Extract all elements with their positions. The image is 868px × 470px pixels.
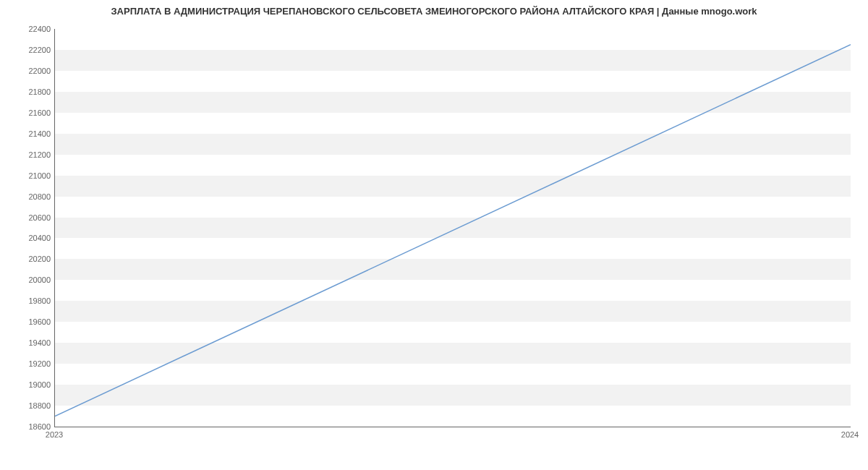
chart-line (55, 29, 851, 427)
plot-area (54, 29, 851, 427)
y-tick-label: 18800 (14, 401, 51, 410)
x-tick-label: 2023 (46, 430, 63, 439)
y-tick-label: 20800 (14, 192, 51, 201)
y-tick-label: 19800 (14, 296, 51, 305)
y-tick-label: 21800 (14, 87, 51, 96)
x-tick-label: 2024 (841, 430, 859, 439)
y-tick-label: 19000 (14, 380, 51, 389)
y-tick-label: 20000 (14, 275, 51, 284)
y-tick-label: 20600 (14, 213, 51, 222)
y-tick-label: 19400 (14, 338, 51, 347)
chart-title: ЗАРПЛАТА В АДМИНИСТРАЦИЯ ЧЕРЕПАНОВСКОГО … (0, 0, 868, 17)
y-tick-label: 21200 (14, 150, 51, 159)
y-tick-label: 20200 (14, 255, 51, 263)
y-tick-label: 22000 (14, 67, 51, 75)
y-tick-label: 22400 (14, 25, 51, 33)
salary-chart: ЗАРПЛАТА В АДМИНИСТРАЦИЯ ЧЕРЕПАНОВСКОГО … (0, 0, 868, 470)
y-tick-label: 19200 (14, 359, 51, 368)
y-tick-label: 21000 (14, 171, 51, 180)
y-tick-label: 21400 (14, 129, 51, 138)
y-tick-label: 21600 (14, 108, 51, 117)
y-tick-label: 20400 (14, 234, 51, 242)
y-tick-label: 19600 (14, 317, 51, 326)
y-tick-label: 22200 (14, 46, 51, 54)
